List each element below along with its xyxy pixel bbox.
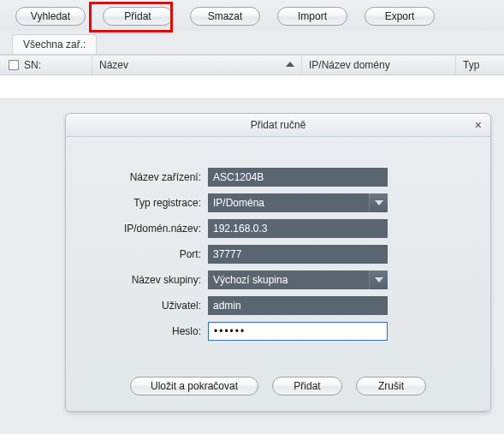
column-sn-label: SN: — [24, 59, 41, 71]
device-grid-body — [0, 75, 504, 99]
password-input[interactable] — [208, 322, 388, 341]
group-select[interactable]: Výchozí skupina — [208, 271, 388, 289]
main-toolbar: Vyhledat Přidat Smazat Import Export — [0, 0, 504, 31]
device-name-input[interactable] — [208, 168, 388, 187]
tab-all-devices[interactable]: Všechna zař.: — [12, 34, 97, 54]
column-sn[interactable]: SN: — [0, 56, 92, 74]
export-button[interactable]: Export — [365, 7, 435, 26]
sort-asc-icon — [286, 62, 294, 67]
search-button[interactable]: Vyhledat — [15, 7, 86, 26]
dialog-add-button[interactable]: Přidat — [272, 377, 342, 395]
column-ip[interactable]: IP/Název domény — [302, 56, 456, 74]
add-manually-dialog: Přidat ručně × Název zařízení: Typ regis… — [65, 113, 491, 412]
save-continue-button[interactable]: Uložit a pokračovat — [130, 377, 258, 395]
reg-type-select[interactable]: IP/Doména — [208, 193, 388, 212]
ip-domain-input[interactable] — [208, 219, 388, 238]
user-input[interactable] — [208, 296, 388, 315]
dialog-body: Název zařízení: Typ registrace: IP/Domén… — [66, 137, 490, 365]
device-grid-header: SN: Název IP/Název domény Typ — [0, 55, 504, 75]
label-password: Heslo: — [92, 325, 208, 337]
delete-button[interactable]: Smazat — [190, 7, 260, 26]
label-group: Název skupiny: — [92, 274, 208, 286]
column-ip-label: IP/Název domény — [309, 59, 390, 71]
close-icon[interactable]: × — [475, 118, 482, 132]
chevron-down-icon — [369, 193, 388, 212]
column-name[interactable]: Název — [92, 56, 302, 74]
add-button[interactable]: Přidat — [103, 7, 173, 26]
dialog-button-row: Uložit a pokračovat Přidat Zrušit — [66, 365, 490, 411]
cancel-button[interactable]: Zrušit — [356, 377, 426, 395]
chevron-down-icon — [369, 271, 388, 289]
column-name-label: Název — [99, 59, 128, 71]
port-input[interactable] — [208, 245, 388, 264]
dialog-title-text: Přidat ručně — [251, 119, 306, 131]
dialog-titlebar: Přidat ručně × — [66, 114, 490, 137]
label-port: Port: — [92, 248, 208, 260]
label-ip-domain: IP/domén.název: — [92, 223, 208, 235]
select-all-checkbox[interactable] — [9, 60, 19, 70]
reg-type-value: IP/Doména — [213, 197, 264, 209]
label-reg-type: Typ registrace: — [92, 197, 208, 209]
label-user: Uživatel: — [92, 300, 208, 312]
column-type[interactable]: Typ — [456, 56, 504, 74]
column-type-label: Typ — [463, 59, 479, 71]
import-button[interactable]: Import — [277, 7, 347, 26]
device-tabstrip: Všechna zař.: — [0, 34, 504, 55]
group-value: Výchozí skupina — [213, 274, 288, 286]
label-device-name: Název zařízení: — [92, 171, 208, 183]
